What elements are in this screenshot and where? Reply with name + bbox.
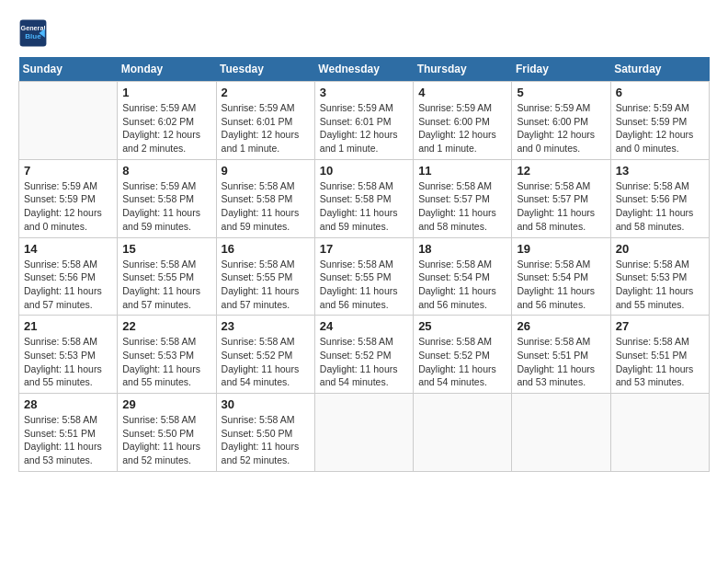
page-header: General Blue [18, 18, 710, 48]
cell-info: Sunrise: 5:58 AMSunset: 5:53 PMDaylight:… [24, 336, 102, 387]
day-header-friday: Friday [512, 57, 610, 82]
day-number: 19 [517, 242, 605, 256]
calendar-cell [314, 394, 413, 472]
cell-info: Sunrise: 5:59 AMSunset: 5:59 PMDaylight:… [616, 102, 694, 154]
day-number: 1 [122, 86, 210, 99]
cell-info: Sunrise: 5:58 AMSunset: 5:52 PMDaylight:… [222, 336, 300, 387]
calendar-cell: 12 Sunrise: 5:58 AMSunset: 5:57 PMDaylig… [512, 159, 610, 237]
cell-info: Sunrise: 5:59 AMSunset: 6:00 PMDaylight:… [517, 102, 595, 154]
calendar-cell [19, 82, 118, 160]
cell-info: Sunrise: 5:59 AMSunset: 6:02 PMDaylight:… [122, 102, 200, 154]
day-header-saturday: Saturday [610, 57, 709, 82]
cell-info: Sunrise: 5:58 AMSunset: 5:56 PMDaylight:… [24, 259, 102, 310]
day-number: 17 [320, 242, 408, 256]
svg-text:General: General [21, 24, 46, 32]
calendar-cell: 27 Sunrise: 5:58 AMSunset: 5:51 PMDaylig… [610, 316, 709, 394]
calendar-cell: 30 Sunrise: 5:58 AMSunset: 5:50 PMDaylig… [216, 394, 314, 472]
cell-info: Sunrise: 5:59 AMSunset: 5:58 PMDaylight:… [122, 180, 200, 232]
calendar-cell: 25 Sunrise: 5:58 AMSunset: 5:52 PMDaylig… [414, 316, 512, 394]
week-row-5: 28 Sunrise: 5:58 AMSunset: 5:51 PMDaylig… [19, 394, 710, 472]
cell-info: Sunrise: 5:58 AMSunset: 5:52 PMDaylight:… [418, 336, 496, 387]
calendar-cell: 9 Sunrise: 5:58 AMSunset: 5:58 PMDayligh… [216, 159, 314, 237]
calendar-table: SundayMondayTuesdayWednesdayThursdayFrid… [18, 57, 710, 472]
cell-info: Sunrise: 5:59 AMSunset: 5:59 PMDaylight:… [24, 180, 102, 232]
cell-info: Sunrise: 5:58 AMSunset: 5:57 PMDaylight:… [418, 180, 496, 232]
calendar-cell: 23 Sunrise: 5:58 AMSunset: 5:52 PMDaylig… [216, 316, 314, 394]
cell-info: Sunrise: 5:58 AMSunset: 5:51 PMDaylight:… [517, 336, 595, 387]
calendar-cell: 21 Sunrise: 5:58 AMSunset: 5:53 PMDaylig… [19, 316, 118, 394]
cell-info: Sunrise: 5:58 AMSunset: 5:57 PMDaylight:… [517, 180, 595, 232]
cell-info: Sunrise: 5:59 AMSunset: 6:01 PMDaylight:… [320, 102, 398, 154]
week-row-1: 1 Sunrise: 5:59 AMSunset: 6:02 PMDayligh… [19, 82, 710, 160]
calendar-cell: 18 Sunrise: 5:58 AMSunset: 5:54 PMDaylig… [414, 237, 512, 316]
week-row-3: 14 Sunrise: 5:58 AMSunset: 5:56 PMDaylig… [19, 237, 710, 316]
day-number: 29 [122, 397, 210, 411]
day-header-wednesday: Wednesday [314, 57, 413, 82]
calendar-cell: 28 Sunrise: 5:58 AMSunset: 5:51 PMDaylig… [19, 394, 118, 472]
day-number: 7 [24, 164, 112, 178]
cell-info: Sunrise: 5:58 AMSunset: 5:53 PMDaylight:… [122, 336, 200, 387]
calendar-cell: 11 Sunrise: 5:58 AMSunset: 5:57 PMDaylig… [414, 159, 512, 237]
day-number: 21 [24, 319, 112, 333]
cell-info: Sunrise: 5:59 AMSunset: 6:01 PMDaylight:… [222, 102, 300, 154]
calendar-cell: 4 Sunrise: 5:59 AMSunset: 6:00 PMDayligh… [414, 82, 512, 160]
logo-icon: General Blue [18, 18, 48, 48]
calendar-cell [610, 394, 709, 472]
cell-info: Sunrise: 5:58 AMSunset: 5:58 PMDaylight:… [320, 180, 398, 232]
cell-info: Sunrise: 5:58 AMSunset: 5:52 PMDaylight:… [320, 336, 398, 387]
day-number: 18 [418, 242, 506, 256]
calendar-cell: 3 Sunrise: 5:59 AMSunset: 6:01 PMDayligh… [314, 82, 413, 160]
calendar-cell: 24 Sunrise: 5:58 AMSunset: 5:52 PMDaylig… [314, 316, 413, 394]
day-header-sunday: Sunday [19, 57, 118, 82]
cell-info: Sunrise: 5:58 AMSunset: 5:55 PMDaylight:… [122, 259, 200, 310]
cell-info: Sunrise: 5:58 AMSunset: 5:55 PMDaylight:… [222, 259, 300, 310]
week-row-2: 7 Sunrise: 5:59 AMSunset: 5:59 PMDayligh… [19, 159, 710, 237]
calendar-cell: 7 Sunrise: 5:59 AMSunset: 5:59 PMDayligh… [19, 159, 118, 237]
day-number: 8 [122, 164, 210, 178]
day-number: 3 [320, 86, 408, 99]
day-number: 28 [24, 397, 112, 411]
day-number: 11 [418, 164, 506, 178]
calendar-cell: 16 Sunrise: 5:58 AMSunset: 5:55 PMDaylig… [216, 237, 314, 316]
day-number: 10 [320, 164, 408, 178]
day-number: 2 [222, 86, 310, 99]
cell-info: Sunrise: 5:58 AMSunset: 5:56 PMDaylight:… [616, 180, 694, 232]
day-header-thursday: Thursday [414, 57, 512, 82]
cell-info: Sunrise: 5:58 AMSunset: 5:54 PMDaylight:… [517, 259, 595, 310]
day-number: 14 [24, 242, 112, 256]
calendar-cell: 10 Sunrise: 5:58 AMSunset: 5:58 PMDaylig… [314, 159, 413, 237]
cell-info: Sunrise: 5:58 AMSunset: 5:55 PMDaylight:… [320, 259, 398, 310]
day-header-monday: Monday [118, 57, 216, 82]
calendar-cell: 8 Sunrise: 5:59 AMSunset: 5:58 PMDayligh… [118, 159, 216, 237]
cell-info: Sunrise: 5:59 AMSunset: 6:00 PMDaylight:… [418, 102, 496, 154]
day-number: 13 [616, 164, 704, 178]
day-number: 22 [122, 319, 210, 333]
day-number: 30 [222, 397, 310, 411]
calendar-cell: 6 Sunrise: 5:59 AMSunset: 5:59 PMDayligh… [610, 82, 709, 160]
calendar-cell [512, 394, 610, 472]
calendar-cell: 5 Sunrise: 5:59 AMSunset: 6:00 PMDayligh… [512, 82, 610, 160]
calendar-cell: 17 Sunrise: 5:58 AMSunset: 5:55 PMDaylig… [314, 237, 413, 316]
day-number: 12 [517, 164, 605, 178]
cell-info: Sunrise: 5:58 AMSunset: 5:50 PMDaylight:… [222, 414, 300, 465]
day-number: 26 [517, 319, 605, 333]
calendar-header-row: SundayMondayTuesdayWednesdayThursdayFrid… [19, 57, 710, 82]
day-number: 23 [222, 319, 310, 333]
day-number: 25 [418, 319, 506, 333]
calendar-cell: 19 Sunrise: 5:58 AMSunset: 5:54 PMDaylig… [512, 237, 610, 316]
day-header-tuesday: Tuesday [216, 57, 314, 82]
day-number: 9 [222, 164, 310, 178]
day-number: 24 [320, 319, 408, 333]
cell-info: Sunrise: 5:58 AMSunset: 5:51 PMDaylight:… [24, 414, 102, 465]
calendar-cell: 13 Sunrise: 5:58 AMSunset: 5:56 PMDaylig… [610, 159, 709, 237]
cell-info: Sunrise: 5:58 AMSunset: 5:53 PMDaylight:… [616, 259, 694, 310]
day-number: 15 [122, 242, 210, 256]
day-number: 6 [616, 86, 704, 99]
calendar-cell: 14 Sunrise: 5:58 AMSunset: 5:56 PMDaylig… [19, 237, 118, 316]
calendar-cell: 20 Sunrise: 5:58 AMSunset: 5:53 PMDaylig… [610, 237, 709, 316]
day-number: 16 [222, 242, 310, 256]
day-number: 20 [616, 242, 704, 256]
cell-info: Sunrise: 5:58 AMSunset: 5:54 PMDaylight:… [418, 259, 496, 310]
cell-info: Sunrise: 5:58 AMSunset: 5:51 PMDaylight:… [616, 336, 694, 387]
week-row-4: 21 Sunrise: 5:58 AMSunset: 5:53 PMDaylig… [19, 316, 710, 394]
